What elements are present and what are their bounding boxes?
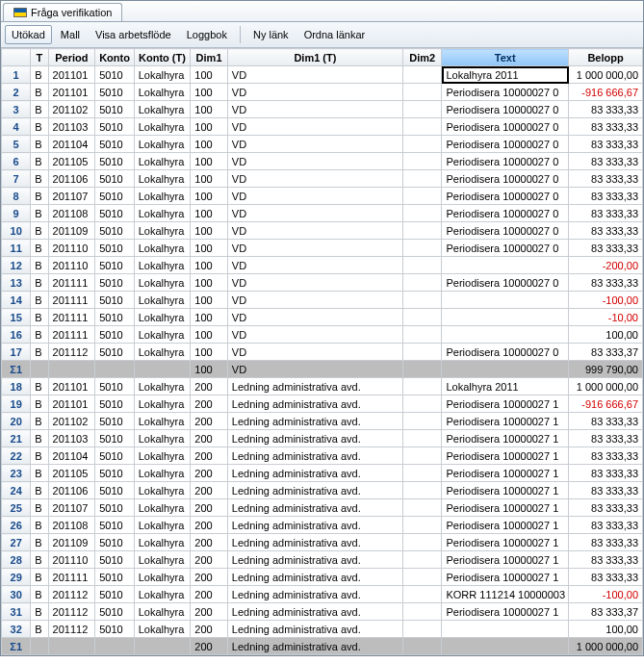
cell-dim1[interactable]: 100: [191, 205, 227, 222]
cell-t[interactable]: B: [31, 534, 48, 551]
cell-text[interactable]: Lokalhyra 2011: [442, 66, 569, 84]
cell-t[interactable]: [31, 361, 48, 378]
table-row[interactable]: 13B2011115010Lokalhyra100VDPeriodisera 1…: [2, 274, 643, 292]
cell-belopp[interactable]: 83 333,33: [569, 118, 643, 136]
cell-period[interactable]: 201109: [48, 534, 95, 551]
row-number[interactable]: 14: [2, 292, 31, 309]
cell-konto[interactable]: 5010: [95, 499, 134, 517]
cell-konto-t[interactable]: Lokalhyra: [134, 240, 191, 257]
cell-period[interactable]: 201101: [48, 84, 95, 101]
row-number[interactable]: 2: [2, 84, 31, 101]
cell-konto[interactable]: 5010: [95, 292, 134, 309]
cell-period[interactable]: 201109: [48, 222, 95, 240]
cell-t[interactable]: B: [31, 447, 48, 465]
cell-konto[interactable]: 5010: [95, 344, 134, 361]
cell-dim1[interactable]: 200: [191, 482, 227, 499]
cell-t[interactable]: B: [31, 84, 48, 101]
row-number[interactable]: 7: [2, 170, 31, 188]
cell-period[interactable]: 201111: [48, 292, 95, 309]
table-row[interactable]: 9B2011085010Lokalhyra100VDPeriodisera 10…: [2, 205, 643, 222]
cell-dim1[interactable]: 200: [191, 638, 227, 655]
cell-dim2[interactable]: [402, 395, 441, 413]
cell-konto-t[interactable]: Lokalhyra: [134, 153, 191, 170]
cell-t[interactable]: B: [31, 551, 48, 569]
table-row[interactable]: 11B2011105010Lokalhyra100VDPeriodisera 1…: [2, 240, 643, 257]
cell-dim2[interactable]: [402, 240, 441, 257]
row-number[interactable]: 31: [2, 603, 31, 621]
col-rownum[interactable]: [2, 49, 31, 66]
cell-dim1[interactable]: 100: [191, 153, 227, 170]
cell-period[interactable]: 201101: [48, 378, 95, 395]
cell-period[interactable]: 201108: [48, 205, 95, 222]
cell-belopp[interactable]: 83 333,33: [569, 569, 643, 586]
cell-belopp[interactable]: 83 333,33: [569, 465, 643, 482]
cell-t[interactable]: B: [31, 257, 48, 274]
cell-text[interactable]: Periodisera 10000027 0: [442, 153, 569, 170]
cell-konto-t[interactable]: Lokalhyra: [134, 534, 191, 551]
cell-period[interactable]: 201105: [48, 465, 95, 482]
cell-t[interactable]: B: [31, 205, 48, 222]
cell-t[interactable]: B: [31, 240, 48, 257]
cell-dim2[interactable]: [402, 136, 441, 153]
cell-dim1[interactable]: 200: [191, 603, 227, 621]
cell-text[interactable]: KORR 111214 10000003: [442, 586, 569, 603]
cell-dim1[interactable]: 200: [191, 378, 227, 395]
cell-text[interactable]: Periodisera 10000027 1: [442, 603, 569, 621]
cell-konto[interactable]: 5010: [95, 586, 134, 603]
cell-konto-t[interactable]: Lokalhyra: [134, 274, 191, 292]
cell-t[interactable]: B: [31, 153, 48, 170]
row-number[interactable]: 29: [2, 569, 31, 586]
cell-period[interactable]: 201106: [48, 170, 95, 188]
cell-konto[interactable]: 5010: [95, 101, 134, 118]
cell-dim2[interactable]: [402, 378, 441, 395]
cell-text[interactable]: [442, 638, 569, 655]
cell-belopp[interactable]: 83 333,33: [569, 136, 643, 153]
toolbar-loggbok[interactable]: Loggbok: [180, 25, 234, 44]
cell-dim1[interactable]: 100: [191, 326, 227, 344]
cell-dim1[interactable]: 200: [191, 430, 227, 447]
cell-dim1[interactable]: 200: [191, 569, 227, 586]
row-number[interactable]: 32: [2, 621, 31, 638]
cell-dim2[interactable]: [402, 292, 441, 309]
cell-dim1-t[interactable]: VD: [227, 344, 402, 361]
cell-period[interactable]: 201102: [48, 101, 95, 118]
cell-konto-t[interactable]: Lokalhyra: [134, 66, 191, 84]
cell-dim1[interactable]: 200: [191, 586, 227, 603]
cell-konto-t[interactable]: Lokalhyra: [134, 413, 191, 430]
cell-dim1-t[interactable]: VD: [227, 153, 402, 170]
row-number[interactable]: 13: [2, 274, 31, 292]
cell-konto-t[interactable]: Lokalhyra: [134, 309, 191, 326]
cell-dim2[interactable]: [402, 205, 441, 222]
cell-belopp[interactable]: -200,00: [569, 257, 643, 274]
cell-konto[interactable]: 5010: [95, 395, 134, 413]
cell-dim1[interactable]: 100: [191, 274, 227, 292]
row-number[interactable]: 3: [2, 101, 31, 118]
cell-dim1-t[interactable]: VD: [227, 205, 402, 222]
cell-dim1[interactable]: 100: [191, 136, 227, 153]
cell-dim1[interactable]: 100: [191, 344, 227, 361]
cell-dim1-t[interactable]: Ledning administrativa avd.: [227, 586, 402, 603]
cell-dim1[interactable]: 200: [191, 447, 227, 465]
cell-konto-t[interactable]: Lokalhyra: [134, 482, 191, 499]
cell-period[interactable]: 201111: [48, 309, 95, 326]
table-row[interactable]: 31B2011125010Lokalhyra200Ledning adminis…: [2, 603, 643, 621]
cell-dim1-t[interactable]: Ledning administrativa avd.: [227, 603, 402, 621]
table-row[interactable]: 5B2011045010Lokalhyra100VDPeriodisera 10…: [2, 136, 643, 153]
table-row[interactable]: 7B2011065010Lokalhyra100VDPeriodisera 10…: [2, 170, 643, 188]
cell-period[interactable]: 201103: [48, 430, 95, 447]
cell-dim1[interactable]: 200: [191, 465, 227, 482]
cell-t[interactable]: B: [31, 603, 48, 621]
col-t[interactable]: T: [31, 49, 48, 66]
cell-dim2[interactable]: [402, 517, 441, 534]
cell-dim1-t[interactable]: Ledning administrativa avd.: [227, 482, 402, 499]
cell-text[interactable]: Periodisera 10000027 1: [442, 465, 569, 482]
cell-konto[interactable]: 5010: [95, 465, 134, 482]
cell-konto[interactable]: [95, 361, 134, 378]
cell-konto[interactable]: 5010: [95, 205, 134, 222]
cell-konto-t[interactable]: Lokalhyra: [134, 344, 191, 361]
cell-dim1-t[interactable]: VD: [227, 274, 402, 292]
cell-konto[interactable]: 5010: [95, 603, 134, 621]
cell-belopp[interactable]: 83 333,33: [569, 413, 643, 430]
cell-text[interactable]: [442, 309, 569, 326]
cell-dim2[interactable]: [402, 257, 441, 274]
